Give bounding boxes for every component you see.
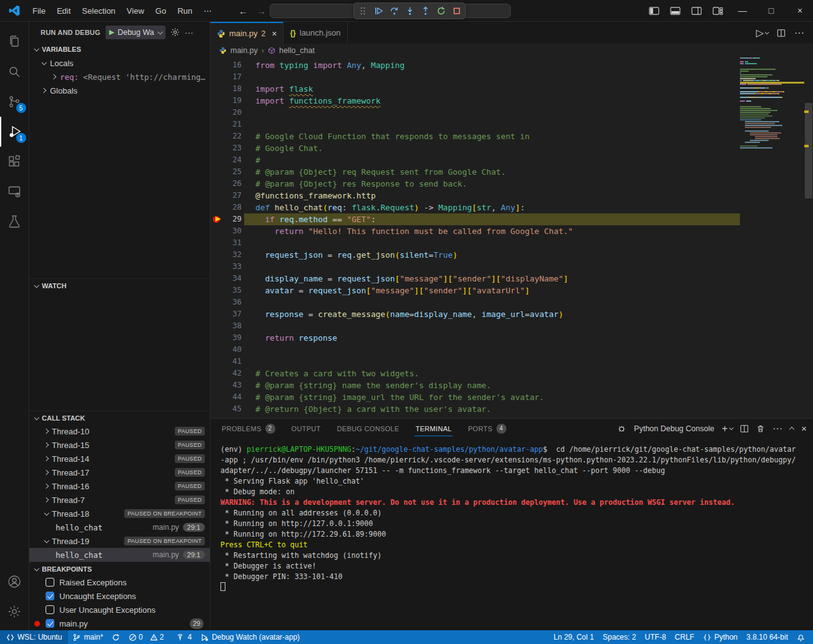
gutter[interactable] <box>210 261 224 273</box>
gutter[interactable] <box>210 83 224 95</box>
gutter[interactable] <box>210 190 224 202</box>
panel-tab-ports[interactable]: PORTS4 <box>466 419 507 438</box>
callstack-thread-row[interactable]: Thread-19PAUSED ON BREAKPOINT <box>29 534 210 548</box>
callstack-thread-row[interactable]: Thread-14PAUSED <box>29 452 210 466</box>
activitybar-source-control-icon[interactable]: 5 <box>0 87 29 117</box>
sidebar-more-actions-icon[interactable]: ··· <box>185 27 194 37</box>
statusbar-remote[interactable]: WSL: Ubuntu <box>0 630 68 644</box>
stop-icon[interactable] <box>451 6 461 16</box>
code-line[interactable]: 35 avatar = request_json["message"]["sen… <box>210 285 740 296</box>
statusbar-notifications[interactable] <box>792 630 809 644</box>
code-line[interactable]: 17 <box>210 71 740 83</box>
step-into-icon[interactable] <box>405 6 415 16</box>
callstack-frame-row[interactable]: hello_chatmain.py29:1 <box>29 520 210 534</box>
back-icon[interactable]: ← <box>239 6 248 16</box>
gutter[interactable] <box>210 356 224 368</box>
code-line[interactable]: 40 <box>210 344 740 356</box>
code-line[interactable]: 30 return "Hello! This function must be … <box>210 225 740 237</box>
gutter[interactable] <box>210 368 224 379</box>
statusbar-branch[interactable]: main* <box>68 630 107 644</box>
code-line[interactable]: 29 if req.method == "GET": <box>210 213 740 225</box>
step-out-icon[interactable] <box>420 6 430 16</box>
statusbar-cursor-position[interactable]: Ln 29, Col 1 <box>549 630 598 644</box>
panel-tab-output[interactable]: OUTPUT <box>290 419 322 438</box>
code-line[interactable]: 22# Google Cloud Function that responds … <box>210 130 740 142</box>
gutter[interactable] <box>210 59 224 71</box>
tab-launch-json[interactable]: {} launch.json <box>283 22 347 44</box>
statusbar-sync[interactable] <box>107 630 124 644</box>
callstack-thread-row[interactable]: Thread-15PAUSED <box>29 438 210 452</box>
gutter[interactable] <box>210 202 224 213</box>
code-line[interactable]: 25# @param {Object} req Request sent fro… <box>210 166 740 178</box>
close-button[interactable]: × <box>787 0 813 21</box>
code-line[interactable]: 39 return response <box>210 332 740 344</box>
gutter[interactable] <box>210 332 224 344</box>
close-panel-icon[interactable]: × <box>801 423 807 434</box>
callstack-thread-row[interactable]: Thread-7PAUSED <box>29 493 210 507</box>
statusbar-problems[interactable]: 02 <box>124 630 172 644</box>
statusbar-language[interactable]: Python <box>699 630 742 644</box>
gutter[interactable] <box>210 166 224 178</box>
callstack-frame-row[interactable]: hello_chatmain.py29:1 <box>29 548 210 562</box>
split-editor-icon[interactable] <box>777 29 786 37</box>
code-line[interactable]: 32 request_json = req.get_json(silent=Tr… <box>210 249 740 261</box>
gutter[interactable] <box>210 308 224 320</box>
panel-tab-terminal[interactable]: TERMINAL <box>414 419 453 438</box>
code-line[interactable]: 28def hello_chat(req: flask.Request) -> … <box>210 202 740 213</box>
editor-scrollbar[interactable] <box>804 57 813 418</box>
gutter[interactable] <box>210 249 224 261</box>
code-line[interactable]: 37 response = create_message(name=displa… <box>210 308 740 320</box>
call-stack-section-header[interactable]: CALL STACK <box>29 411 210 424</box>
gutter[interactable] <box>210 213 224 225</box>
activitybar-extensions-icon[interactable] <box>0 147 29 177</box>
restart-icon[interactable] <box>436 6 446 16</box>
close-tab-icon[interactable]: × <box>272 29 277 39</box>
toggle-panel-icon[interactable] <box>666 2 684 19</box>
code-line[interactable]: 23# Google Chat. <box>210 142 740 154</box>
scrollbar-thumb[interactable] <box>805 103 812 198</box>
gutter[interactable] <box>210 344 224 356</box>
code-line[interactable]: 19import functions_framework <box>210 95 740 107</box>
drag-grip-icon[interactable] <box>358 6 368 16</box>
code-line[interactable]: 16from typing import Any, Mapping <box>210 59 740 71</box>
code-editor[interactable]: 16from typing import Any, Mapping1718imp… <box>210 57 813 418</box>
gutter[interactable] <box>210 403 224 415</box>
breakpoint-row[interactable]: Uncaught Exceptions <box>29 589 210 603</box>
menu-item-go[interactable]: Go <box>150 0 172 22</box>
callstack-thread-row[interactable]: Thread-18PAUSED ON BREAKPOINT <box>29 507 210 520</box>
code-line[interactable]: 43# @param {string} name the sender's di… <box>210 379 740 391</box>
variable-req-row[interactable]: req: <Request 'http://charming-tro… <box>29 70 210 84</box>
code-line[interactable]: 24# <box>210 154 740 166</box>
step-over-icon[interactable] <box>389 6 399 16</box>
gutter[interactable] <box>210 154 224 166</box>
code-line[interactable]: 42# Creates a card with two widgets. <box>210 368 740 379</box>
activitybar-search-icon[interactable] <box>0 57 29 87</box>
code-line[interactable]: 38 <box>210 320 740 332</box>
code-line[interactable]: 20 <box>210 107 740 119</box>
code-line[interactable]: 21 <box>210 119 740 130</box>
panel-tab-problems[interactable]: PROBLEMS2 <box>220 419 277 438</box>
run-python-file-icon[interactable]: ▷ <box>756 27 768 39</box>
gutter[interactable] <box>210 391 224 403</box>
watch-section-header[interactable]: WATCH <box>29 278 210 292</box>
code-line[interactable]: 45# @return {Object} a card with the use… <box>210 403 740 415</box>
activitybar-testing-icon[interactable] <box>0 207 29 237</box>
callstack-thread-row[interactable]: Thread-17PAUSED <box>29 466 210 479</box>
locals-scope-row[interactable]: Locals <box>29 56 210 70</box>
start-debug-icon[interactable]: ▶ <box>109 28 114 36</box>
forward-icon[interactable]: → <box>257 6 266 16</box>
statusbar-ports-forwarded[interactable]: 4 <box>172 630 196 644</box>
gutter[interactable] <box>210 285 224 296</box>
gutter[interactable] <box>210 237 224 249</box>
gutter[interactable] <box>210 119 224 130</box>
statusbar-python-version[interactable]: 3.8.10 64-bit <box>742 630 792 644</box>
statusbar-indentation[interactable]: Spaces: 2 <box>598 630 640 644</box>
statusbar-debug-session[interactable]: Debug Watch (avatar-app) <box>196 630 304 644</box>
new-terminal-icon[interactable]: + <box>722 423 732 434</box>
callstack-thread-row[interactable]: Thread-10PAUSED <box>29 424 210 438</box>
minimap[interactable] <box>740 57 804 149</box>
minimize-button[interactable]: — <box>729 0 756 21</box>
menu-item-file[interactable]: File <box>27 0 51 22</box>
variables-section-header[interactable]: VARIABLES <box>29 42 210 56</box>
code-line[interactable]: 36 <box>210 296 740 308</box>
